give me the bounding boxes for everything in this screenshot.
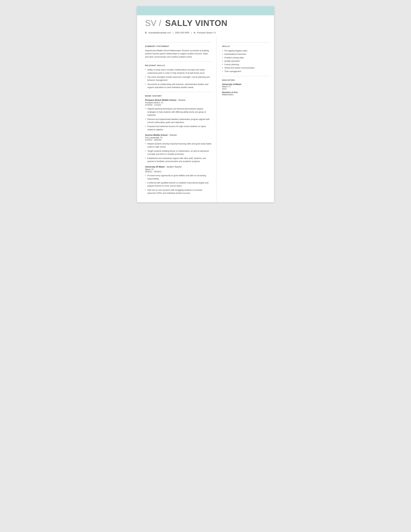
skills-divider bbox=[222, 42, 269, 42]
list-item: Established and maintained rapport with … bbox=[145, 157, 211, 163]
job-location-1: Pompano Beach, FL bbox=[145, 102, 211, 104]
job-dates-1: 07/2016 - Current bbox=[145, 104, 211, 106]
address-value: Pompano Beach, FL bbox=[197, 31, 216, 34]
job-title-2: Sunrise Middle School - Teacher bbox=[145, 134, 211, 136]
relevant-skills-divider bbox=[145, 61, 211, 62]
list-item: Problem-solving skills bbox=[222, 56, 269, 59]
email-label: E: bbox=[145, 31, 147, 34]
job-dates-3: 09/2011 - 05/2012 bbox=[145, 171, 211, 173]
relevant-skills-title: RELEVANT SKILLS bbox=[145, 65, 211, 66]
work-history-divider bbox=[145, 92, 211, 92]
job-block-3: University Of Miami - Student Teacher Mi… bbox=[145, 166, 211, 195]
edu-year-1: 2012 bbox=[222, 88, 269, 90]
list-item: Lesson planning bbox=[222, 63, 269, 66]
list-item: Aligned teaching techniques and devised … bbox=[145, 107, 211, 117]
list-item: Prepared and delivered lessons for high … bbox=[145, 125, 211, 131]
header-banner bbox=[137, 6, 274, 15]
summary-divider bbox=[145, 42, 211, 42]
job-role-2: Teacher bbox=[169, 134, 177, 136]
job-block-1: Pompano Beach Middle School - Teacher Po… bbox=[145, 99, 211, 131]
summary-title: SUMMARY STATEMENT bbox=[145, 45, 211, 47]
contact-divider1: | bbox=[172, 31, 174, 34]
job-company-1: Pompano Beach Middle School bbox=[145, 99, 176, 101]
list-item: Pre-algebra/Algebra skills bbox=[222, 49, 269, 53]
edu-location-1: Miami, FL bbox=[222, 86, 269, 88]
job-title-3: University Of Miami - Student Teacher bbox=[145, 166, 211, 168]
job-location-3: Miami, FL bbox=[145, 168, 211, 171]
job-company-2: Sunrise Middle School bbox=[145, 134, 168, 136]
resume-page: SV / SALLY VINTON E: example@example.com… bbox=[137, 6, 274, 202]
list-item: Pursued every opportunity to grow abilit… bbox=[145, 174, 211, 180]
job-location-2: Fort Lauderdale, FL bbox=[145, 137, 211, 139]
left-column: SUMMARY STATEMENT Experienced Middle Sch… bbox=[137, 36, 216, 202]
skills-list: Pre-algebra/Algebra skills Individualize… bbox=[222, 49, 269, 73]
email-value: example@example.com bbox=[149, 31, 171, 34]
job-company-3: University Of Miami bbox=[145, 166, 165, 168]
edu-degree-label-1: Bachelor of Arts bbox=[222, 91, 238, 94]
job-role-1: Teacher bbox=[178, 99, 186, 101]
job-role-3: Student Teacher bbox=[167, 166, 182, 168]
list-item: Taught students building blocks of mathe… bbox=[145, 150, 211, 156]
list-item: Ability to break down complex mathematic… bbox=[145, 68, 211, 75]
header-fullname: SALLY VINTON bbox=[165, 18, 228, 28]
education-entry-1: University of Miami Miami, FL 2012 Bache… bbox=[222, 83, 269, 96]
contact-bar: E: example@example.com | (555) 555-5555 … bbox=[137, 30, 274, 36]
job-bullets-1: Aligned teaching techniques and devised … bbox=[145, 107, 211, 131]
header-initials: SV bbox=[145, 18, 157, 28]
list-item: Successful at collaborating with teacher… bbox=[145, 83, 211, 89]
edu-institution-1: University of Miami bbox=[222, 83, 269, 86]
list-item: Individualized instruction bbox=[222, 53, 269, 56]
address-label: A: bbox=[194, 31, 196, 34]
job-bullets-2: Helped students develop important learni… bbox=[145, 142, 211, 163]
list-item: Conferred with qualified teacher to esta… bbox=[145, 181, 211, 188]
education-divider bbox=[222, 76, 269, 76]
job-dash-1: - bbox=[177, 99, 178, 101]
edu-degree-1: Bachelor of Arts : Mathematics bbox=[222, 91, 269, 96]
header-name-section: SV / SALLY VINTON bbox=[137, 15, 274, 30]
job-bullets-3: Pursued every opportunity to grow abilit… bbox=[145, 174, 211, 195]
job-title-1: Pompano Beach Middle School - Teacher bbox=[145, 99, 211, 101]
education-title: EDUCATION bbox=[222, 79, 269, 81]
skills-title: SKILLS bbox=[222, 45, 269, 47]
list-item: Verbal and written communication bbox=[222, 66, 269, 70]
header-separator: / bbox=[159, 18, 164, 28]
work-history-title: WORK HISTORY bbox=[145, 95, 211, 97]
list-item: Time management bbox=[222, 70, 269, 73]
relevant-skills-list: Ability to break down complex mathematic… bbox=[145, 68, 211, 89]
job-dates-2: 07/2012 - 06/2016 bbox=[145, 139, 211, 141]
contact-divider2: | bbox=[191, 31, 193, 34]
job-dash-3: - bbox=[165, 166, 167, 168]
list-item: Quality education bbox=[222, 59, 269, 63]
edu-field-1: Mathematics bbox=[222, 94, 234, 96]
job-block-2: Sunrise Middle School - Teacher Fort Lau… bbox=[145, 134, 211, 163]
job-dash-2: - bbox=[168, 134, 169, 136]
edu-degree-colon: : bbox=[238, 91, 239, 94]
content-area: SUMMARY STATEMENT Experienced Middle Sch… bbox=[137, 36, 274, 202]
list-item: Helped students develop important learni… bbox=[145, 142, 211, 149]
list-item: Had one-on-one sessions with struggling … bbox=[145, 189, 211, 195]
phone-value: (555) 555-5555 bbox=[175, 31, 189, 34]
list-item: Planned and implemented detailed mathema… bbox=[145, 118, 211, 124]
summary-body: Experienced Middle School Mathematics Te… bbox=[145, 49, 211, 58]
right-column: SKILLS Pre-algebra/Algebra skills Indivi… bbox=[216, 36, 274, 202]
list-item: Top-notch strengths include classroom ov… bbox=[145, 76, 211, 82]
